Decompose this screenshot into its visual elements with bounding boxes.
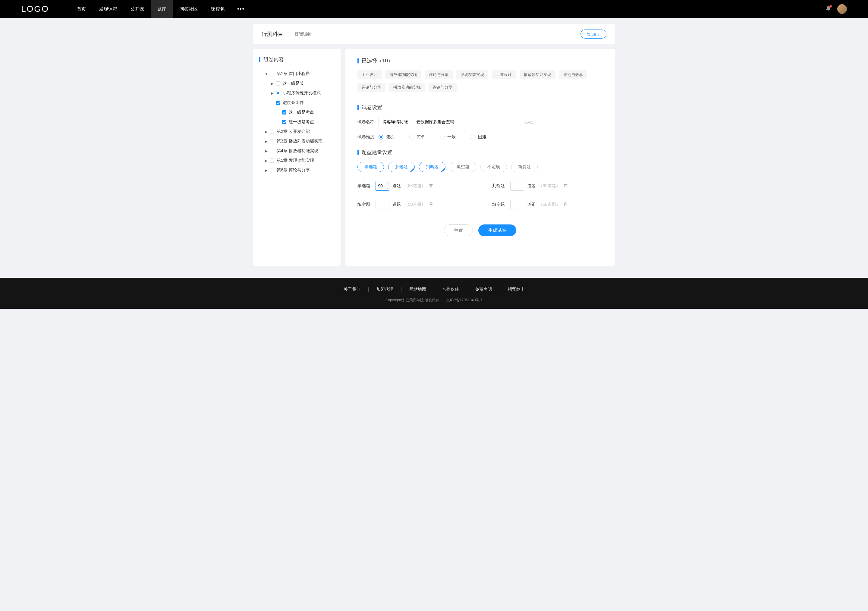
selected-tag[interactable]: 评论与分享 xyxy=(425,70,453,79)
question-type-pills: 单选题多选题判断题填空题不定项简答题 xyxy=(358,162,603,172)
caret-right-icon[interactable]: ▶ xyxy=(265,140,268,143)
notification-bell[interactable] xyxy=(825,6,831,12)
qty-unit: 道题 xyxy=(392,183,401,189)
user-avatar[interactable] xyxy=(837,4,847,14)
tree-checkbox[interactable] xyxy=(282,110,286,114)
tree-checkbox[interactable] xyxy=(270,158,274,163)
qtype-pill[interactable]: 简答题 xyxy=(511,162,538,172)
selected-tag[interactable]: 评论与分享 xyxy=(358,83,386,92)
footer: 关于我们加盟代理网站地图合作伙伴免责声明招贤纳士 Copyright@ 云朵商学… xyxy=(0,278,868,309)
caret-down-icon[interactable]: ▼ xyxy=(265,72,268,76)
tree-checkbox[interactable] xyxy=(276,101,280,105)
qty-input-wrap[interactable] xyxy=(375,200,389,209)
radio-label: 随机 xyxy=(386,135,394,140)
copyright-right: 京ICP备17051340号-1 xyxy=(446,298,482,303)
qty-row: 单选题▲▼道题（88道题） xyxy=(358,181,468,191)
tree-item[interactable]: ▶这一级是节 xyxy=(259,79,335,88)
tree-checkbox[interactable] xyxy=(270,130,274,134)
qty-input-wrap[interactable]: ▲▼ xyxy=(375,181,389,191)
footer-link[interactable]: 关于我们 xyxy=(336,287,369,292)
difficulty-option[interactable]: 困难 xyxy=(471,135,487,140)
tree-item[interactable]: ▶第5章 发现功能实现 xyxy=(259,156,335,166)
difficulty-option[interactable]: 一般 xyxy=(440,135,456,140)
delete-icon[interactable] xyxy=(563,183,568,189)
tree-item[interactable]: ▶第4章 播放器功能实现 xyxy=(259,146,335,156)
caret-right-icon[interactable]: ▶ xyxy=(271,91,274,95)
generate-button[interactable]: 生成试卷 xyxy=(478,224,516,236)
tree-item[interactable]: ▼第1章 首门小程序 xyxy=(259,69,335,79)
footer-link[interactable]: 加盟代理 xyxy=(369,287,401,292)
tree-checkbox[interactable] xyxy=(276,91,280,95)
back-button[interactable]: 返回 xyxy=(580,29,606,39)
caret-right-icon[interactable]: ▶ xyxy=(265,159,268,162)
selected-tag[interactable]: 评论与分享 xyxy=(559,70,587,79)
nav-item-1[interactable]: 发现课程 xyxy=(93,0,124,18)
main-panel: 已选择（10） 工业设计播放器功能实现评论与分享发现功能实现工业设计播放器功能实… xyxy=(346,49,615,266)
tree-item[interactable]: ▶第2章 云开发介绍 xyxy=(259,127,335,136)
tree-item[interactable]: 这一级是考点 xyxy=(259,108,335,117)
selected-tag[interactable]: 播放器功能实现 xyxy=(385,70,421,79)
paper-name-field[interactable] xyxy=(383,120,524,124)
selected-tag[interactable]: 评论与分享 xyxy=(429,83,457,92)
nav-item-5[interactable]: 课程包 xyxy=(205,0,231,18)
delete-icon[interactable] xyxy=(429,202,433,207)
tree-label: 这一级是考点 xyxy=(289,119,314,125)
caret-right-icon[interactable]: ▶ xyxy=(265,169,268,172)
footer-link[interactable]: 网站地图 xyxy=(401,287,434,292)
qtype-pill[interactable]: 判断题 xyxy=(419,162,445,172)
nav-item-0[interactable]: 首页 xyxy=(70,0,93,18)
delete-icon[interactable] xyxy=(563,202,568,207)
tree-item[interactable]: 进度条组件 xyxy=(259,98,335,108)
reset-button[interactable]: 重置 xyxy=(444,224,473,236)
tree-checkbox[interactable] xyxy=(270,149,274,153)
tree-checkbox[interactable] xyxy=(270,168,274,172)
caret-right-icon[interactable]: ▶ xyxy=(271,82,274,85)
spin-up-icon[interactable]: ▲ xyxy=(385,181,389,186)
footer-link[interactable]: 免责声明 xyxy=(467,287,500,292)
qty-label: 填空题 xyxy=(358,202,372,207)
paper-name-input[interactable]: 16/25 xyxy=(378,117,538,127)
selected-tag[interactable]: 工业设计 xyxy=(492,70,516,79)
qtype-pill[interactable]: 不定项 xyxy=(480,162,507,172)
tree-checkbox[interactable] xyxy=(282,120,286,124)
tree-item[interactable]: ▶第3章 播放列表功能实现 xyxy=(259,136,335,146)
caret-right-icon[interactable]: ▶ xyxy=(265,149,268,153)
tree-checkbox[interactable] xyxy=(270,72,274,76)
qty-input[interactable] xyxy=(376,181,385,190)
qty-input[interactable] xyxy=(510,181,519,190)
radio-icon xyxy=(378,135,383,139)
selected-tag[interactable]: 播放器功能实现 xyxy=(519,70,555,79)
nav-item-4[interactable]: 问答社区 xyxy=(173,0,205,18)
selected-tag[interactable]: 发现功能实现 xyxy=(456,70,488,79)
tree-label: 第6章 评论与分享 xyxy=(277,167,310,173)
page-header: 行测科目 智能组卷 返回 xyxy=(253,24,615,44)
qty-input[interactable] xyxy=(510,200,519,209)
difficulty-option[interactable]: 简单 xyxy=(409,135,425,140)
spin-down-icon[interactable]: ▼ xyxy=(385,186,389,191)
difficulty-option[interactable]: 随机 xyxy=(378,135,394,140)
selected-tag[interactable]: 播放器功能实现 xyxy=(389,83,425,92)
tree-label: 这一级是考点 xyxy=(289,110,314,115)
nav-more-icon[interactable]: ••• xyxy=(231,6,251,12)
caret-right-icon[interactable]: ▶ xyxy=(265,130,268,133)
nav-item-3[interactable]: 题库 xyxy=(151,0,173,18)
qty-input[interactable] xyxy=(376,200,385,209)
delete-icon[interactable] xyxy=(429,183,433,189)
tree-checkbox[interactable] xyxy=(276,81,280,85)
qtype-pill[interactable]: 单选题 xyxy=(358,162,384,172)
footer-link[interactable]: 合作伙伴 xyxy=(434,287,467,292)
qty-input-wrap[interactable] xyxy=(510,181,524,191)
tree-item[interactable]: 这一级是考点 xyxy=(259,117,335,127)
footer-link[interactable]: 招贤纳士 xyxy=(500,287,533,292)
qty-input-wrap[interactable] xyxy=(510,200,524,209)
tree-item[interactable]: ▶第6章 评论与分享 xyxy=(259,166,335,175)
tree-checkbox[interactable] xyxy=(270,139,274,144)
nav-item-2[interactable]: 公开课 xyxy=(124,0,151,18)
paper-name-label: 试卷名称 xyxy=(358,119,378,125)
qtype-pill[interactable]: 填空题 xyxy=(450,162,476,172)
qty-unit: 道题 xyxy=(527,183,536,189)
tree-item[interactable]: ▶小程序传统开发模式 xyxy=(259,88,335,98)
selected-tag[interactable]: 工业设计 xyxy=(358,70,381,79)
qtype-pill[interactable]: 多选题 xyxy=(388,162,415,172)
qtype-title: 题型题量设置 xyxy=(358,149,603,156)
